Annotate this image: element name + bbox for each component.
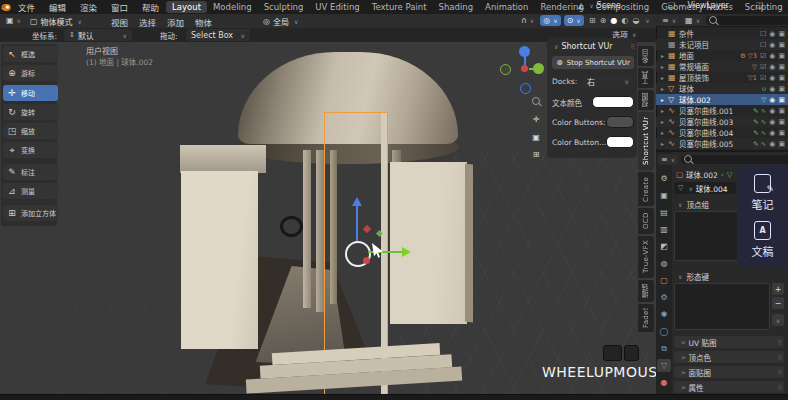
expand-icon[interactable]: ▸ [661, 85, 668, 92]
ortho-toggle-button[interactable]: ⊞ [529, 147, 543, 161]
menu-render[interactable]: 渲染 [73, 1, 104, 13]
menu-file[interactable]: 文件 [11, 1, 42, 13]
editor-type-button[interactable]: ▣∨ [3, 15, 24, 26]
tool-move[interactable]: ✛移动 [3, 85, 58, 101]
eye-icon[interactable]: ◉ [769, 41, 775, 49]
tab-material[interactable]: ● [657, 376, 671, 389]
solid-shading-icon[interactable]: ● [610, 16, 617, 25]
shape-keys-header[interactable]: ∨形态键 [676, 271, 709, 282]
eye-icon[interactable]: ◉ [769, 52, 775, 60]
render-visibility-icon[interactable]: ▣ [778, 63, 785, 71]
section-attributes[interactable]: ∨属性⠿ [674, 381, 784, 393]
menu-select[interactable]: 选择 [132, 16, 163, 28]
tab-render[interactable]: ▣ [657, 189, 671, 202]
expand-icon[interactable]: ▸ [661, 129, 668, 136]
proportional-editing-icon[interactable]: ◎∨ [540, 15, 560, 26]
view-layer-selector[interactable]: ❏ ∨ ViewLayer ❏ [668, 1, 763, 10]
expand-icon[interactable]: ▸ [661, 74, 668, 81]
expand-icon[interactable]: ▸ [661, 96, 668, 103]
workspace-tab-shading[interactable]: Shading [433, 1, 480, 13]
workspace-tab-layout[interactable]: Layout [166, 1, 207, 13]
material-shading-icon[interactable]: ◐ [621, 16, 628, 25]
npanel-tab-true-vfx[interactable]: True-VFX [638, 236, 654, 278]
tool-select-box[interactable]: ↖框选 [3, 46, 58, 62]
orientation-setting-dropdown[interactable]: ↕ 默认 ∨ [64, 29, 132, 41]
eye-icon[interactable]: ◉ [769, 96, 775, 104]
breadcrumb-object[interactable]: 球体.002 [686, 169, 718, 180]
menu-edit[interactable]: 编辑 [42, 1, 73, 13]
tab-world[interactable]: ◍ [657, 257, 671, 270]
render-visibility-icon[interactable]: ▣ [778, 41, 785, 49]
rear-pillar[interactable] [303, 150, 311, 308]
eye-icon[interactable]: ◉ [769, 140, 775, 148]
notes-button[interactable]: ✎ 笔记 [752, 174, 774, 212]
outliner-row-collection[interactable]: ▦ 杂件 ☐◉▣ [656, 28, 788, 39]
pan-button[interactable]: ✛ [529, 112, 543, 126]
scene-selector[interactable]: ◭ ∨ Scene [578, 1, 621, 10]
outliner-search[interactable] [706, 16, 788, 25]
eye-icon[interactable]: ◉ [769, 30, 775, 38]
menu-add[interactable]: 添加 [160, 16, 191, 28]
tab-physics[interactable]: ◯ [657, 325, 671, 338]
npanel-tab-shortcut-vur[interactable]: Shortcut VUr [638, 112, 654, 170]
shape-key-specials-button[interactable]: ∨ [772, 314, 784, 326]
section-vertex-colors[interactable]: ∨顶点色⠿ [674, 351, 784, 363]
workspace-tab-uv-editing[interactable]: UV Editing [309, 1, 365, 13]
new-view-layer-icon[interactable]: ❏ [756, 1, 763, 10]
axis-gizmo-y-neg[interactable] [500, 64, 511, 75]
tool-annotate[interactable]: ✎标注 [3, 164, 58, 180]
tab-object[interactable]: ▢ [657, 274, 671, 287]
tab-object-data[interactable]: ▽ [657, 359, 671, 372]
render-visibility-icon[interactable]: ▣ [778, 74, 785, 82]
eye-icon[interactable]: ◉ [769, 63, 775, 71]
render-visibility-icon[interactable]: ▣ [778, 52, 785, 60]
npanel-tab-enhance[interactable]: 增强 [638, 280, 654, 302]
tab-active-tool[interactable]: ⚙ [657, 172, 671, 185]
tool-measure[interactable]: ⊿测量 [3, 183, 58, 199]
outliner-row-collection[interactable]: ▸▦ 地面⚙ ▽3 ☑◉▣ [656, 50, 788, 61]
outliner-row-curve[interactable]: ▸∿ 贝塞尔曲线.004✎ ∿ ◉▣ [656, 127, 788, 138]
tab-output[interactable]: ▤ [657, 206, 671, 219]
tool-transform[interactable]: ⌖变换 [3, 142, 58, 158]
overlay-toggle-icon[interactable]: ⊕ [600, 16, 607, 25]
expand-icon[interactable]: ▸ [661, 140, 668, 147]
outliner-row-curve[interactable]: ▸∿ 贝塞尔曲线.003✎ ∿ ◉▣ [656, 116, 788, 127]
checkbox-icon[interactable]: ☑ [760, 63, 766, 71]
section-face-maps[interactable]: ∨面贴图⠿ [674, 366, 784, 378]
tool-add-cube[interactable]: ⊞添加立方体 [3, 205, 58, 221]
menu-window[interactable]: 窗口 [104, 1, 135, 13]
expand-icon[interactable]: ▸ [661, 107, 668, 114]
outliner-row-curve[interactable]: ▸∿ 贝塞尔曲线.001✎ ∿ ◉▣ [656, 105, 788, 116]
outliner-row-collection[interactable]: ▸▦ 常规墙面▽ ☑◉▣ [656, 61, 788, 72]
zoom-button[interactable] [529, 94, 543, 108]
menu-view[interactable]: 视图 [104, 16, 135, 28]
gizmo-y-axis[interactable] [368, 251, 402, 253]
gizmo-z-axis[interactable] [356, 205, 358, 241]
outliner-row-mesh-selected[interactable]: ▸▽ 球体.002▽ ◉▣ [656, 94, 788, 105]
text-color-swatch[interactable] [592, 96, 634, 108]
properties-search[interactable] [681, 155, 788, 164]
checkbox-icon[interactable]: ☐ [760, 41, 766, 49]
vertex-groups-header[interactable]: ∨顶点组 [676, 199, 709, 210]
npanel-tab-fade[interactable]: Fade! [638, 304, 654, 332]
camera-view-button[interactable]: ▣ [529, 130, 543, 144]
snap-magnet-icon[interactable]: ∩∨ [518, 15, 537, 26]
render-visibility-icon[interactable]: ▣ [778, 85, 785, 93]
menu-help[interactable]: 帮助 [135, 1, 166, 13]
outliner-row-collection[interactable]: ▸▦ 屋顶装饰▽1 ☑◉▣ [656, 72, 788, 83]
workspace-tab-sculpting[interactable]: Sculpting [258, 1, 310, 13]
tool-cursor[interactable]: ⊕游标 [3, 65, 58, 81]
checkbox-icon[interactable]: ☐ [760, 30, 766, 38]
checkbox-icon[interactable]: ☑ [760, 74, 766, 82]
gizmo-y-arrow[interactable] [402, 247, 411, 257]
shape-keys-list[interactable] [674, 283, 770, 330]
outliner-row-mesh[interactable]: ▸▽ 球体∪ ◉▣ [656, 83, 788, 94]
render-visibility-icon[interactable]: ▣ [778, 129, 785, 137]
expand-icon[interactable]: ▸ [661, 118, 668, 125]
render-visibility-icon[interactable]: ▣ [778, 140, 785, 148]
remove-shape-key-button[interactable]: − [772, 297, 784, 309]
npanel-tab-item[interactable]: 条目 [638, 46, 654, 66]
expand-icon[interactable]: ▸ [661, 63, 668, 70]
properties-editor-button[interactable]: ≡∨ [658, 154, 678, 165]
eye-icon[interactable]: ◉ [769, 74, 775, 82]
